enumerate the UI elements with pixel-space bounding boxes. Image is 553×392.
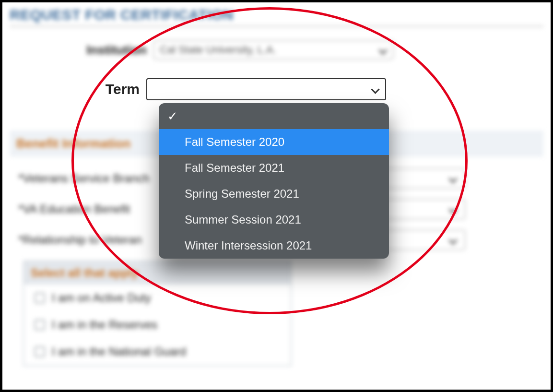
term-option-label: Summer Session 2021 [185, 213, 301, 226]
term-option-winter-2021[interactable]: Winter Intersession 2021 [159, 233, 389, 259]
term-option-label: Fall Semester 2020 [185, 135, 284, 149]
institution-row: Institution Cal State University, L.A. [10, 40, 543, 59]
checkbox-icon[interactable] [35, 320, 45, 330]
term-row: Term [2, 78, 386, 100]
chevron-down-icon [378, 45, 388, 55]
term-select[interactable] [146, 78, 386, 100]
page-title: REQUEST FOR CERTIFICATION [10, 7, 543, 23]
chevron-down-icon [448, 174, 458, 183]
divider [10, 26, 543, 27]
select-all-box: Select all that apply I am on Active Dut… [23, 261, 292, 366]
chevron-down-icon [371, 84, 380, 94]
cb-row-3[interactable]: I am in the National Guard [24, 338, 291, 365]
term-option-label: Fall Semester 2021 [185, 161, 284, 175]
term-option-spring-2021[interactable]: Spring Semester 2021 [159, 181, 389, 207]
term-option-fall-2021[interactable]: Fall Semester 2021 [159, 155, 389, 181]
checkbox-icon[interactable] [35, 346, 45, 357]
term-option-label: Winter Intersession 2021 [185, 239, 312, 252]
term-dropdown-menu[interactable]: ✓ Fall Semester 2020 Fall Semester 2021 … [159, 103, 389, 259]
cb-label-2: I am in the Reserves [52, 318, 157, 332]
cb-row-1[interactable]: I am on Active Duty [24, 285, 291, 311]
relationship-label: *Relationship to Veteran [10, 233, 168, 247]
term-option-label: Spring Semester 2021 [185, 187, 299, 201]
select-all-header: Select all that apply [24, 261, 291, 285]
cb-label-3: I am in the National Guard [52, 345, 186, 358]
term-option-fall-2020[interactable]: Fall Semester 2020 [159, 129, 389, 155]
cb-label-1: I am on Active Duty [52, 291, 151, 305]
term-option-blank[interactable]: ✓ [159, 103, 389, 129]
institution-value: Cal State University, L.A. [160, 44, 276, 56]
chevron-down-icon [448, 235, 458, 245]
institution-label: Institution [10, 43, 153, 58]
term-option-summer-2021[interactable]: Summer Session 2021 [159, 207, 389, 233]
check-icon: ✓ [167, 110, 179, 122]
institution-select[interactable]: Cal State University, L.A. [153, 40, 393, 59]
checkbox-icon[interactable] [35, 293, 45, 303]
chevron-down-icon [448, 204, 458, 214]
term-label: Term [2, 81, 146, 97]
cb-row-2[interactable]: I am in the Reserves [24, 311, 291, 338]
va-edu-label: *VA Education Benefit [10, 202, 168, 216]
branch-label: *Veterans Service Branch [10, 172, 168, 185]
